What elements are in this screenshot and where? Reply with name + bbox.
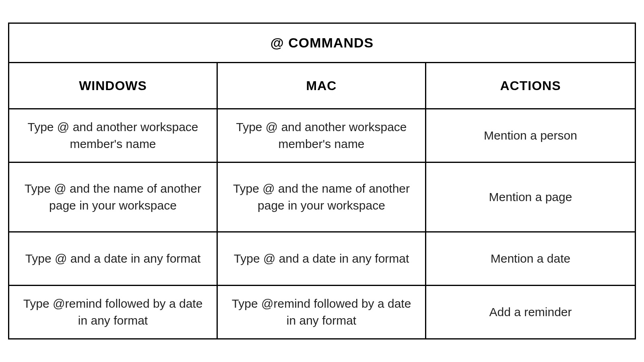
table-row: Type @remind followed by a date in any f… bbox=[9, 286, 635, 338]
cell-action: Mention a person bbox=[426, 109, 635, 162]
column-header-mac: MAC bbox=[218, 63, 426, 109]
cell-action: Add a reminder bbox=[426, 286, 635, 338]
table-header-row: WINDOWS MAC ACTIONS bbox=[9, 63, 635, 110]
table-row: Type @ and another workspace member's na… bbox=[9, 109, 635, 163]
cell-windows: Type @ and the name of another page in y… bbox=[9, 163, 218, 231]
cell-windows: Type @remind followed by a date in any f… bbox=[9, 286, 218, 338]
cell-windows: Type @ and a date in any format bbox=[9, 232, 218, 285]
table-row: Type @ and a date in any format Type @ a… bbox=[9, 232, 635, 286]
column-header-actions: ACTIONS bbox=[426, 63, 635, 109]
table-title: @ COMMANDS bbox=[9, 24, 635, 63]
cell-windows: Type @ and another workspace member's na… bbox=[9, 109, 218, 162]
table-row: Type @ and the name of another page in y… bbox=[9, 163, 635, 232]
cell-mac: Type @ and the name of another page in y… bbox=[218, 163, 426, 231]
cell-action: Mention a page bbox=[426, 163, 635, 231]
column-header-windows: WINDOWS bbox=[9, 63, 218, 109]
cell-mac: Type @ and a date in any format bbox=[218, 232, 426, 285]
cell-mac: Type @ and another workspace member's na… bbox=[218, 109, 426, 162]
cell-mac: Type @remind followed by a date in any f… bbox=[218, 286, 426, 338]
cell-action: Mention a date bbox=[426, 232, 635, 285]
table-body: Type @ and another workspace member's na… bbox=[9, 109, 635, 338]
at-commands-table: @ COMMANDS WINDOWS MAC ACTIONS Type @ an… bbox=[8, 23, 636, 340]
